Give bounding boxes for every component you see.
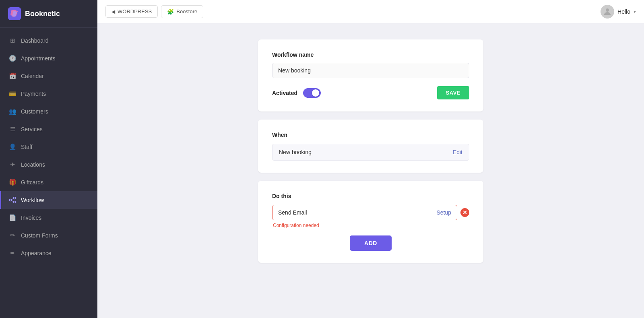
sidebar-item-label: Appointments — [21, 55, 56, 62]
invoices-icon: 📄 — [9, 214, 16, 221]
payments-icon: 💳 — [9, 90, 16, 97]
hello-text: Hello — [617, 8, 630, 15]
action-input-wrap: Send Email Setup — [272, 205, 457, 220]
sidebar-item-label: Workflow — [21, 197, 44, 203]
action-row: Send Email Setup ✕ — [272, 205, 469, 220]
topbar: ◀ WORDPRESS 🧩 Boostore Hello ▾ — [97, 0, 644, 23]
giftcards-icon: 🎁 — [9, 179, 16, 186]
edit-link[interactable]: Edit — [453, 149, 462, 155]
sidebar-item-staff[interactable]: 👤 Staff — [0, 138, 97, 156]
svg-line-4 — [12, 198, 14, 200]
workflow-icon — [9, 196, 16, 204]
toggle-knob — [312, 89, 319, 97]
activated-row: Activated SAVE — [272, 86, 469, 99]
logo-icon — [8, 7, 21, 20]
save-button[interactable]: SAVE — [437, 86, 469, 99]
activated-label: Activated — [272, 90, 297, 96]
remove-icon: ✕ — [462, 209, 467, 216]
sidebar-item-workflow[interactable]: Workflow — [0, 191, 97, 209]
workflow-name-input[interactable] — [272, 63, 469, 78]
setup-link[interactable]: Setup — [436, 209, 451, 216]
when-card: When New booking Edit — [258, 120, 483, 173]
logo-text: Booknetic — [25, 10, 60, 18]
staff-icon: 👤 — [9, 143, 16, 151]
appointments-icon: 🕐 — [9, 55, 16, 62]
calendar-icon: 📅 — [9, 72, 16, 80]
sidebar-item-giftcards[interactable]: 🎁 Giftcards — [0, 173, 97, 191]
workflow-name-card: Workflow name Activated SAVE — [258, 39, 483, 112]
when-label: When — [272, 132, 469, 138]
sidebar-item-services[interactable]: ☰ Services — [0, 120, 97, 138]
sidebar-item-label: Appearance — [21, 250, 52, 256]
services-icon: ☰ — [9, 126, 16, 133]
svg-point-2 — [14, 197, 16, 199]
custom-forms-icon: ✏ — [9, 232, 16, 239]
sidebar-item-dashboard[interactable]: ⊞ Dashboard — [0, 32, 97, 50]
sidebar-item-appointments[interactable]: 🕐 Appointments — [0, 50, 97, 67]
sidebar-item-label: Invoices — [21, 215, 41, 221]
main: ◀ WORDPRESS 🧩 Boostore Hello ▾ Workflow … — [97, 0, 644, 318]
sidebar-item-label: Calendar — [21, 73, 44, 79]
action-input-text: Send Email — [278, 209, 307, 216]
sidebar-item-appearance[interactable]: ✒ Appearance — [0, 244, 97, 262]
sidebar-nav: ⊞ Dashboard 🕐 Appointments 📅 Calendar 💳 … — [0, 28, 97, 318]
sidebar-item-payments[interactable]: 💳 Payments — [0, 85, 97, 103]
add-btn-wrap: ADD — [272, 235, 469, 251]
svg-point-3 — [14, 201, 16, 203]
boostore-button[interactable]: 🧩 Boostore — [161, 5, 203, 18]
wordpress-button[interactable]: ◀ WORDPRESS — [105, 5, 158, 18]
when-value: New booking — [279, 149, 312, 155]
activated-toggle[interactable] — [303, 88, 321, 98]
activated-left: Activated — [272, 88, 321, 98]
topbar-left: ◀ WORDPRESS 🧩 Boostore — [105, 5, 203, 18]
sidebar-item-calendar[interactable]: 📅 Calendar — [0, 67, 97, 85]
avatar — [601, 5, 614, 19]
customers-icon: 👥 — [9, 108, 16, 115]
workflow-name-label: Workflow name — [272, 52, 469, 58]
svg-point-1 — [10, 199, 12, 201]
sidebar-item-label: Staff — [21, 144, 33, 150]
topbar-right[interactable]: Hello ▾ — [601, 5, 636, 19]
logo: Booknetic — [0, 0, 97, 28]
sidebar-item-label: Services — [21, 126, 43, 132]
back-icon: ◀ — [111, 9, 115, 14]
svg-line-5 — [12, 200, 14, 202]
sidebar-item-label: Giftcards — [21, 179, 43, 186]
sidebar-item-label: Customers — [21, 108, 48, 115]
locations-icon: ✈ — [9, 161, 16, 168]
do-this-label: Do this — [272, 193, 469, 199]
content: Workflow name Activated SAVE When New bo… — [97, 23, 644, 318]
sidebar-item-label: Custom Forms — [21, 232, 58, 239]
appearance-icon: ✒ — [9, 250, 16, 257]
when-row: New booking Edit — [272, 144, 469, 161]
sidebar-item-custom-forms[interactable]: ✏ Custom Forms — [0, 227, 97, 244]
puzzle-icon: 🧩 — [167, 8, 174, 15]
sidebar-item-label: Locations — [21, 161, 45, 168]
svg-point-6 — [606, 8, 609, 12]
dashboard-icon: ⊞ — [9, 37, 16, 44]
sidebar-item-label: Payments — [21, 91, 46, 97]
boostore-label: Boostore — [176, 8, 197, 14]
add-button[interactable]: ADD — [350, 235, 392, 251]
sidebar: Booknetic ⊞ Dashboard 🕐 Appointments 📅 C… — [0, 0, 97, 318]
wordpress-label: WORDPRESS — [118, 8, 152, 14]
chevron-down-icon: ▾ — [634, 9, 636, 14]
sidebar-item-invoices[interactable]: 📄 Invoices — [0, 209, 97, 227]
sidebar-item-locations[interactable]: ✈ Locations — [0, 156, 97, 173]
sidebar-item-customers[interactable]: 👥 Customers — [0, 103, 97, 120]
config-error-text: Configuration needed — [273, 223, 469, 228]
do-this-card: Do this Send Email Setup ✕ Configuration… — [258, 181, 483, 263]
remove-action-button[interactable]: ✕ — [460, 208, 469, 217]
sidebar-item-label: Dashboard — [21, 37, 49, 44]
